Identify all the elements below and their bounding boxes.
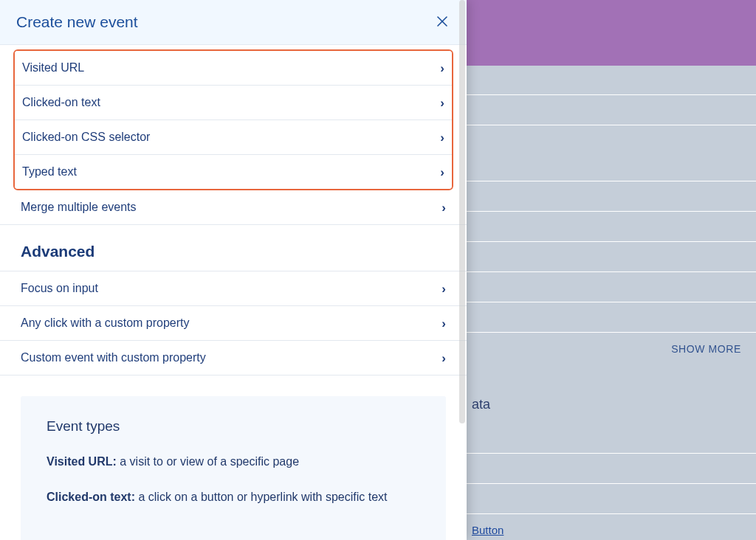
menu-item-label: Focus on input: [21, 282, 98, 295]
chevron-right-icon: ›: [440, 62, 444, 75]
panel-scroll-area[interactable]: Create new event Visited URL › Clicked-o…: [0, 0, 467, 540]
scrollbar-thumb[interactable]: [459, 0, 465, 423]
info-label: Clicked-on text:: [47, 491, 135, 503]
event-type-focus-on-input[interactable]: Focus on input ›: [0, 271, 467, 306]
menu-item-label: Visited URL: [22, 61, 84, 75]
menu-item-label: Typed text: [22, 165, 77, 179]
menu-item-label: Clicked-on CSS selector: [22, 131, 150, 144]
chevron-right-icon: ›: [441, 317, 446, 330]
chevron-right-icon: ›: [441, 283, 446, 295]
chevron-right-icon: ›: [441, 352, 446, 364]
chevron-right-icon: ›: [440, 97, 444, 109]
info-line-clicked-on-text: Clicked-on text: a click on a button or …: [47, 488, 420, 506]
event-types-info-card: Event types Visited URL: a visit to or v…: [21, 396, 446, 540]
info-line-visited-url: Visited URL: a visit to or view of a spe…: [47, 453, 420, 471]
close-icon: [436, 14, 448, 31]
event-type-clicked-on-text[interactable]: Clicked-on text ›: [15, 86, 452, 120]
info-label: Visited URL:: [47, 455, 117, 468]
show-more-link[interactable]: SHOW MORE: [671, 343, 741, 355]
event-type-custom-event-custom-property[interactable]: Custom event with custom property ›: [0, 341, 467, 375]
event-type-visited-url[interactable]: Visited URL ›: [15, 51, 452, 86]
panel-title: Create new event: [16, 13, 138, 31]
chevron-right-icon: ›: [440, 166, 444, 179]
close-button[interactable]: [434, 14, 450, 30]
event-type-group-highlighted: Visited URL › Clicked-on text › Clicked-…: [13, 49, 453, 190]
create-event-panel: Create new event Visited URL › Clicked-o…: [0, 0, 467, 540]
event-type-typed-text[interactable]: Typed text ›: [15, 155, 452, 189]
menu-item-label: Any click with a custom property: [21, 316, 190, 330]
advanced-heading: Advanced: [0, 225, 467, 271]
event-type-any-click-custom-property[interactable]: Any click with a custom property ›: [0, 306, 467, 341]
info-card-title: Event types: [47, 418, 420, 435]
event-type-clicked-on-css-selector[interactable]: Clicked-on CSS selector ›: [15, 120, 452, 155]
menu-item-label: Clicked-on text: [22, 96, 100, 109]
info-desc: a visit to or view of a specific page: [117, 455, 299, 468]
event-type-merge-multiple[interactable]: Merge multiple events ›: [0, 190, 467, 225]
bg-button-link[interactable]: Button: [472, 524, 504, 536]
bg-section-title: ata: [472, 397, 490, 412]
chevron-right-icon: ›: [441, 201, 446, 214]
advanced-event-type-group: Focus on input › Any click with a custom…: [0, 271, 467, 375]
chevron-right-icon: ›: [440, 131, 444, 144]
info-desc: a click on a button or hyperlink with sp…: [135, 491, 388, 503]
event-type-group: Merge multiple events ›: [0, 190, 467, 225]
menu-item-label: Custom event with custom property: [21, 351, 206, 364]
panel-header: Create new event: [0, 0, 467, 45]
menu-item-label: Merge multiple events: [21, 201, 137, 214]
